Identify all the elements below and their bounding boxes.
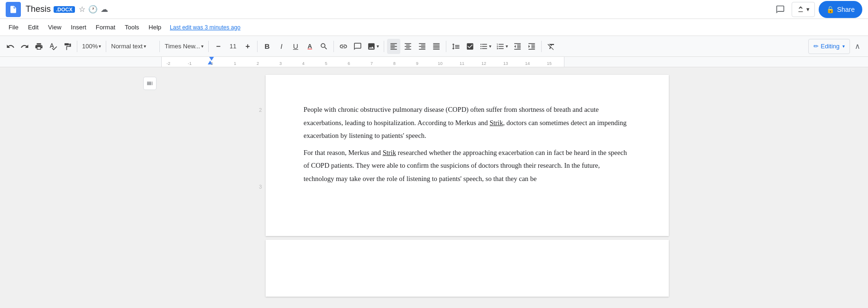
menu-bar: File Edit View Insert Format Tools Help … [0, 19, 868, 36]
line-number [252, 167, 262, 180]
indent-more-button[interactable] [525, 39, 538, 54]
app-icon[interactable] [6, 2, 21, 17]
font-selector[interactable]: Times New... ▾ [163, 39, 205, 54]
paragraph-2[interactable]: For that reason, Merkus and Strik resear… [304, 146, 631, 186]
ruler-left-margin [209, 57, 214, 61]
decrease-font-button[interactable]: − [212, 39, 225, 54]
sep-7 [384, 41, 384, 52]
line-number [252, 129, 262, 142]
text-style-value: Normal text [111, 43, 142, 50]
indent-less-button[interactable] [511, 39, 524, 54]
zoom-value: 100% [82, 43, 98, 50]
outline-icon[interactable] [143, 77, 157, 90]
star-icon[interactable]: ☆ [79, 5, 85, 14]
spellcheck-button[interactable] [46, 39, 60, 54]
align-left-button[interactable] [387, 39, 400, 54]
zoom-dropdown-arrow: ▾ [99, 44, 101, 49]
line-spacing-button[interactable] [449, 39, 462, 54]
collapse-toolbar-button[interactable]: ∧ [851, 40, 864, 53]
bullet-list-dropdown-arrow: ▾ [489, 44, 491, 49]
print-button[interactable] [32, 39, 46, 54]
font-value: Times New... [165, 43, 200, 50]
link-button[interactable] [337, 39, 350, 54]
doc-area: 2 3 People with chronic obstructive pulm… [161, 67, 773, 308]
left-panel [0, 67, 161, 308]
undo-button[interactable] [4, 39, 17, 54]
line-number: 2 [252, 103, 262, 116]
image-dropdown-arrow: ▾ [377, 44, 379, 49]
text-style-dropdown-arrow: ▾ [144, 44, 146, 49]
checklist-button[interactable] [463, 39, 477, 54]
menu-tools[interactable]: Tools [120, 22, 144, 33]
insert-comment-button[interactable] [351, 39, 364, 54]
line-number [252, 206, 262, 218]
toolbar: 100% ▾ Normal text ▾ Times New... ▾ − 11… [0, 36, 868, 57]
underline-button[interactable]: U [289, 39, 302, 54]
document-page-2[interactable] [266, 240, 669, 297]
paragraph-1[interactable]: People with chronic obstructive pulmonar… [304, 103, 631, 143]
align-justify-button[interactable] [430, 39, 443, 54]
zoom-selector[interactable]: 100% ▾ [80, 39, 103, 54]
increase-font-button[interactable]: + [241, 39, 254, 54]
ruler-mark: 5 [325, 61, 327, 66]
redo-button[interactable] [18, 39, 31, 54]
editing-dropdown-arrow: ▾ [842, 44, 845, 49]
comments-button[interactable] [772, 1, 789, 18]
line-number [252, 116, 262, 129]
last-edit[interactable]: Last edit was 3 minutes ago [170, 24, 240, 31]
ruler: -2 -1 0 1 2 3 4 5 6 7 8 9 10 11 12 13 14… [0, 57, 868, 67]
ruler-mark: 9 [416, 61, 418, 66]
align-center-button[interactable] [401, 39, 415, 54]
sep-9 [541, 41, 542, 52]
line-number: 3 [252, 180, 262, 193]
ruler-mark: 15 [547, 61, 552, 66]
cloud-icon[interactable]: ☁ [101, 5, 108, 14]
share-label: Share [837, 6, 855, 13]
bullet-list-button[interactable]: ▾ [478, 39, 493, 54]
title-bar: Thesis .DOCX ☆ 🕐 ☁ ▾ 🔒 Share [0, 0, 868, 19]
sep-2 [106, 41, 106, 52]
insert-image-button[interactable]: ▾ [365, 39, 381, 54]
menu-help[interactable]: Help [144, 22, 166, 33]
bold-button[interactable]: B [260, 39, 274, 54]
editing-mode-button[interactable]: ✏ Editing ▾ [808, 39, 850, 54]
menu-insert[interactable]: Insert [66, 22, 91, 33]
share-button[interactable]: 🔒 Share [819, 1, 862, 18]
ruler-mark: 10 [438, 61, 443, 66]
highlight-button[interactable] [317, 39, 331, 54]
clear-format-button[interactable] [545, 39, 558, 54]
ruler-mark: -1 [188, 61, 192, 66]
sep-5 [257, 41, 258, 52]
doc-title[interactable]: Thesis [26, 4, 51, 14]
pencil-icon: ✏ [813, 43, 819, 50]
ruler-mark: 6 [348, 61, 350, 66]
ruler-mark: 12 [481, 61, 486, 66]
ruler-mark: 14 [525, 61, 530, 66]
menu-view[interactable]: View [43, 22, 66, 33]
ruler-mark: 13 [503, 61, 508, 66]
font-size-input[interactable]: 11 [226, 39, 240, 54]
text-style-selector[interactable]: Normal text ▾ [109, 39, 157, 54]
text-color-button[interactable]: A [303, 39, 316, 54]
sep-6 [333, 41, 334, 52]
doc-ext: .DOCX [54, 6, 75, 13]
menu-file[interactable]: File [4, 22, 23, 33]
numbered-list-button[interactable]: ▾ [494, 39, 510, 54]
menu-edit[interactable]: Edit [23, 22, 43, 33]
ruler-mark: -2 [166, 61, 170, 66]
italic-button[interactable]: I [275, 39, 288, 54]
ruler-mark: 1 [234, 61, 236, 66]
align-right-button[interactable] [416, 39, 429, 54]
line-number [252, 142, 262, 154]
document-page[interactable]: People with chronic obstructive pulmonar… [266, 75, 669, 236]
menu-format[interactable]: Format [91, 22, 120, 33]
lock-icon: 🔒 [826, 6, 834, 13]
ruler-mark: 11 [460, 61, 464, 66]
ruler-mark: 8 [393, 61, 396, 66]
strik-ref-2: Strik [383, 149, 396, 156]
present-button[interactable]: ▾ [792, 2, 815, 17]
history-icon[interactable]: 🕐 [88, 5, 98, 14]
numbered-list-dropdown-arrow: ▾ [506, 44, 508, 49]
line-number [252, 193, 262, 206]
paintformat-button[interactable] [61, 39, 74, 54]
